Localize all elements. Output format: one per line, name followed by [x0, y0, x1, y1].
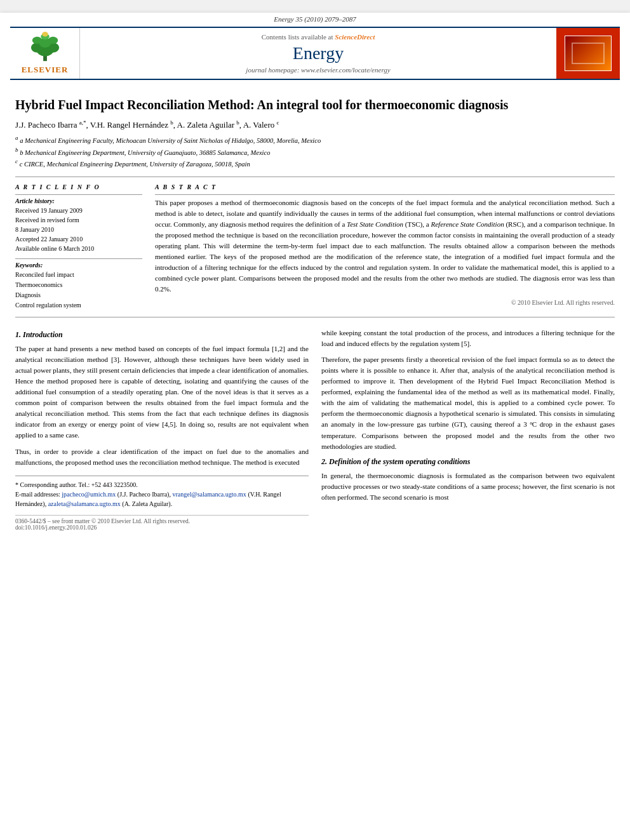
affiliations: a a Mechanical Engineering Faculty, Mich… [15, 134, 615, 169]
accepted-date: Accepted 22 January 2010 [15, 234, 142, 244]
affiliation-b: b b Mechanical Engineering Department, U… [15, 146, 615, 157]
citation-text: Energy 35 (2010) 2079–2087 [274, 15, 356, 23]
article-title: Hybrid Fuel Impact Reconciliation Method… [15, 97, 615, 113]
elsevier-tree-icon [23, 32, 67, 63]
email-link-1[interactable]: jpacheco@umich.mx [62, 491, 116, 498]
issn-text: 0360-5442/$ – see front matter © 2010 El… [15, 518, 190, 524]
email-link-3[interactable]: azaleta@salamanca.ugto.mx [48, 500, 121, 507]
keywords-label: Keywords: [15, 262, 142, 269]
abstract-column: A B S T R A C T This paper proposes a me… [155, 183, 615, 310]
body-col-left: 1. Introduction The paper at hand presen… [15, 328, 309, 531]
keywords-block: Keywords: Reconciled fuel impact Thermoe… [15, 258, 142, 310]
affiliation-c: c c CIRCE, Mechanical Engineering Depart… [15, 157, 615, 169]
email-link-2[interactable]: vrangel@salamanca.ugto.mx [172, 491, 246, 498]
email-label: E-mail addresses: [15, 491, 60, 498]
keyword-1: Reconciled fuel impact [15, 270, 142, 280]
section2-heading: 2. Definition of the system operating co… [321, 457, 615, 467]
copyright-text: © 2010 Elsevier Ltd. All rights reserved… [155, 299, 615, 306]
section2-para: In general, the thermoeconomic diagnosis… [321, 470, 615, 503]
body-col-right: while keeping constant the total product… [321, 328, 615, 531]
page: Energy 35 (2010) 2079–2087 ELSE [0, 13, 630, 840]
history-label: Article history: [15, 197, 142, 204]
elsevier-label: ELSEVIER [22, 65, 69, 75]
revised-label: Received in revised form [15, 215, 142, 225]
body-content: 1. Introduction The paper at hand presen… [15, 328, 615, 531]
svg-point-8 [42, 32, 48, 37]
journal-title: Energy [293, 43, 344, 63]
body-columns: 1. Introduction The paper at hand presen… [15, 328, 615, 531]
journal-center: Contents lists available at ScienceDirec… [80, 28, 556, 79]
intro-heading: 1. Introduction [15, 330, 309, 340]
svg-point-6 [48, 37, 57, 44]
journal-header: ELSEVIER Contents lists available at Sci… [10, 27, 620, 80]
doi-text: doi:10.1016/j.energy.2010.01.026 [15, 524, 309, 531]
revised-date: 8 January 2010 [15, 225, 142, 234]
intro-right-para-1: while keeping constant the total product… [321, 328, 615, 349]
received-date: Received 19 January 2009 [15, 206, 142, 215]
content-area: Hybrid Fuel Impact Reconciliation Method… [0, 80, 630, 541]
article-history-block: Article history: Received 19 January 200… [15, 194, 142, 253]
abstract-block: This paper proposes a method of thermoec… [155, 194, 615, 305]
abstract-text: This paper proposes a method of thermoec… [155, 197, 615, 295]
corresponding-author: * Corresponding author. Tel.: +52 443 32… [15, 480, 309, 490]
affiliation-a: a a Mechanical Engineering Faculty, Mich… [15, 134, 615, 145]
elsevier-logo: ELSEVIER [22, 32, 69, 75]
sciencedirect-line: Contents lists available at ScienceDirec… [262, 33, 375, 41]
intro-para-2: Thus, in order to provide a clear identi… [15, 446, 309, 468]
header-divider [15, 177, 615, 177]
authors-line: J.J. Pacheco Ibarra a,*, V.H. Rangel Her… [15, 119, 615, 130]
bottom-bar: 0360-5442/$ – see front matter © 2010 El… [15, 515, 309, 524]
intro-right-para-2: Therefore, the paper presents firstly a … [321, 354, 615, 451]
svg-point-5 [32, 37, 41, 44]
online-date: Available online 6 March 2010 [15, 244, 142, 253]
keyword-2: Thermoeconomics [15, 280, 142, 290]
abstract-label: A B S T R A C T [155, 183, 615, 190]
authors-text: J.J. Pacheco Ibarra a,*, V.H. Rangel Her… [15, 120, 279, 130]
cover-image [565, 36, 612, 71]
sciencedirect-link[interactable]: ScienceDirect [335, 33, 375, 41]
body-divider [15, 317, 615, 317]
intro-para-1: The paper at hand presents a new method … [15, 343, 309, 441]
article-info-column: A R T I C L E I N F O Article history: R… [15, 183, 142, 310]
article-info-label: A R T I C L E I N F O [15, 183, 142, 190]
elsevier-logo-area: ELSEVIER [10, 28, 80, 79]
footnote-section: * Corresponding author. Tel.: +52 443 32… [15, 476, 309, 509]
keyword-4: Control regulation system [15, 300, 142, 310]
citation-bar: Energy 35 (2010) 2079–2087 [0, 13, 630, 24]
keyword-3: Diagnosis [15, 290, 142, 300]
journal-homepage: journal homepage: www.elsevier.com/locat… [246, 66, 390, 74]
email-footnote: E-mail addresses: jpacheco@umich.mx (J.J… [15, 490, 309, 509]
info-abstract-columns: A R T I C L E I N F O Article history: R… [15, 183, 615, 310]
journal-cover-area [556, 28, 620, 79]
